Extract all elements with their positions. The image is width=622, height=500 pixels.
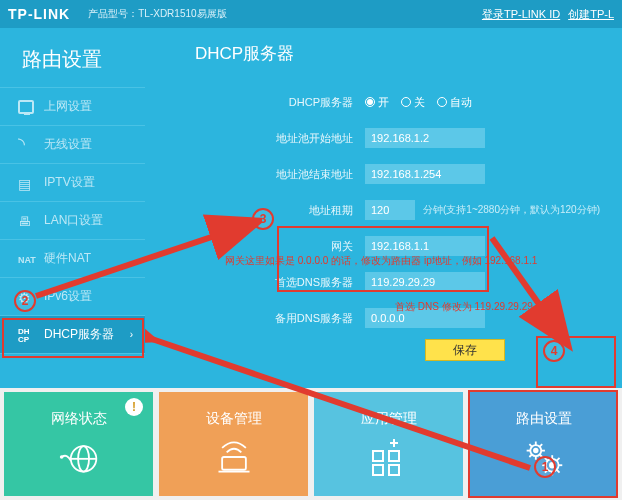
sidebar-item-dhcp[interactable]: DHCP DHCP服务器 › [0, 316, 145, 354]
dhcp-radio-group: 开 关 自动 [365, 95, 472, 110]
svg-point-13 [533, 449, 537, 453]
gateway-input[interactable] [365, 236, 485, 256]
sidebar-item-label: IPv6设置 [44, 288, 92, 305]
gears-icon [523, 436, 565, 478]
svg-line-19 [539, 454, 542, 457]
svg-rect-6 [373, 451, 383, 461]
globe-icon [58, 436, 100, 478]
radio-on[interactable]: 开 [365, 95, 389, 110]
svg-rect-9 [389, 465, 399, 475]
svg-line-30 [544, 470, 547, 473]
wifi-icon [18, 138, 34, 152]
sidebar-item-lan[interactable]: LAN口设置 [0, 202, 145, 240]
lease-tip: 分钟(支持1~2880分钟，默认为120分钟) [423, 203, 600, 217]
sidebar-item-wan[interactable]: 上网设置 [0, 88, 145, 126]
apps-icon [368, 436, 410, 478]
svg-line-31 [556, 458, 559, 461]
topbar: TP-LINK 产品型号：TL-XDR1510易展版 登录TP-LINK ID … [0, 0, 622, 28]
tile-network-status[interactable]: ! 网络状态 [4, 392, 153, 496]
end-ip-input[interactable] [365, 164, 485, 184]
chevron-right-icon: › [130, 329, 133, 340]
main-panel: DHCP服务器 DHCP服务器 开 关 自动 地址池开始地址 地址池结束地址 地… [145, 28, 622, 388]
ipv6-icon [18, 290, 34, 304]
svg-line-28 [544, 458, 547, 461]
dns1-input[interactable] [365, 272, 485, 292]
svg-line-21 [539, 444, 542, 447]
sidebar-item-label: DHCP服务器 [44, 326, 114, 343]
dns2-input[interactable] [365, 308, 485, 328]
svg-line-18 [529, 444, 532, 447]
svg-point-3 [59, 455, 63, 459]
dhcp-server-label: DHCP服务器 [195, 95, 365, 110]
bottom-tiles: ! 网络状态 设备管理 应用管理 路由设置 [0, 388, 622, 500]
sidebar-item-iptv[interactable]: IPTV设置 [0, 164, 145, 202]
sidebar-item-label: 硬件NAT [44, 250, 91, 267]
start-ip-label: 地址池开始地址 [195, 131, 365, 146]
sidebar-item-label: 上网设置 [44, 98, 92, 115]
dns2-label: 备用DNS服务器 [195, 311, 365, 326]
warning-badge: ! [125, 398, 143, 416]
tile-router-settings[interactable]: 路由设置 [469, 392, 618, 496]
login-link[interactable]: 登录TP-LINK ID [482, 7, 560, 22]
sidebar-item-label: IPTV设置 [44, 174, 95, 191]
sidebar-item-label: 无线设置 [44, 136, 92, 153]
tile-label: 应用管理 [361, 410, 417, 428]
sidebar-title: 路由设置 [0, 28, 145, 88]
nat-icon: NAT [18, 255, 36, 265]
brand-logo: TP-LINK [8, 6, 70, 22]
svg-point-23 [549, 463, 554, 468]
sidebar-item-wireless[interactable]: 无线设置 [0, 126, 145, 164]
save-button[interactable]: 保存 [425, 339, 505, 361]
monitor-icon [18, 100, 34, 114]
page-title: DHCP服务器 [195, 42, 622, 65]
svg-line-29 [556, 470, 559, 473]
create-link[interactable]: 创建TP-L [568, 7, 614, 22]
radio-off[interactable]: 关 [401, 95, 425, 110]
svg-rect-7 [389, 451, 399, 461]
dns1-label: 首选DNS服务器 [195, 275, 365, 290]
lease-input[interactable] [365, 200, 415, 220]
sidebar: 路由设置 上网设置 无线设置 IPTV设置 LAN口设置 NAT 硬件NAT I… [0, 28, 145, 388]
gateway-label: 网关 [195, 239, 365, 254]
tile-label: 路由设置 [516, 410, 572, 428]
radio-auto[interactable]: 自动 [437, 95, 472, 110]
svg-rect-8 [373, 465, 383, 475]
dhcp-icon: DHCP [18, 328, 34, 344]
svg-rect-4 [222, 457, 246, 470]
svg-line-20 [529, 454, 532, 457]
end-ip-label: 地址池结束地址 [195, 167, 365, 182]
tile-label: 设备管理 [206, 410, 262, 428]
lan-icon [18, 214, 34, 228]
sidebar-item-label: LAN口设置 [44, 212, 103, 229]
start-ip-input[interactable] [365, 128, 485, 148]
tile-label: 网络状态 [51, 410, 107, 428]
sidebar-item-ipv6[interactable]: IPv6设置 [0, 278, 145, 316]
laptop-wifi-icon [213, 436, 255, 478]
product-model: 产品型号：TL-XDR1510易展版 [88, 7, 226, 21]
iptv-icon [18, 176, 34, 190]
lease-label: 地址租期 [195, 203, 365, 218]
sidebar-item-nat[interactable]: NAT 硬件NAT [0, 240, 145, 278]
tile-app-mgmt[interactable]: 应用管理 [314, 392, 463, 496]
tile-device-mgmt[interactable]: 设备管理 [159, 392, 308, 496]
